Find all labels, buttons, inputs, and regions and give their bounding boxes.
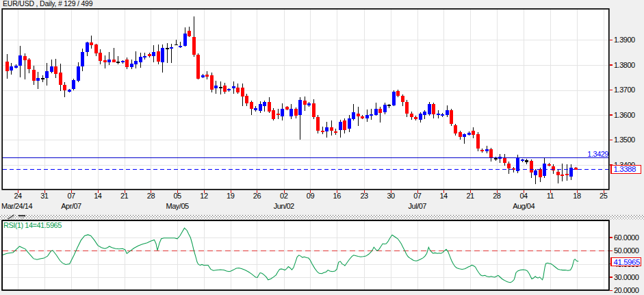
svg-text:25: 25: [600, 192, 608, 200]
svg-text:1.3800: 1.3800: [614, 61, 635, 69]
svg-text:14: 14: [439, 192, 448, 200]
svg-text:21: 21: [466, 192, 474, 200]
svg-text:1.3388: 1.3388: [614, 165, 636, 173]
svg-text:1.3500: 1.3500: [614, 136, 635, 144]
svg-text:16: 16: [333, 192, 342, 200]
svg-text:05: 05: [173, 192, 181, 200]
svg-text:28: 28: [493, 192, 501, 200]
svg-text:11: 11: [547, 192, 554, 200]
svg-text:30: 30: [387, 192, 395, 200]
svg-text:24: 24: [14, 192, 22, 200]
svg-text:60.0000: 60.0000: [614, 233, 639, 242]
svg-text:21: 21: [120, 192, 129, 200]
svg-text:Apr/07: Apr/07: [61, 202, 81, 210]
svg-text:31: 31: [40, 192, 49, 200]
svg-text:12: 12: [200, 192, 208, 200]
svg-text:1.3700: 1.3700: [614, 86, 635, 94]
svg-text:1.3600: 1.3600: [614, 111, 635, 119]
svg-text:02: 02: [280, 192, 288, 200]
svg-text:30.0000: 30.0000: [614, 273, 639, 281]
svg-text:41.5965: 41.5965: [614, 258, 640, 266]
svg-text:19: 19: [227, 192, 235, 200]
svg-text:23: 23: [360, 192, 368, 200]
svg-text:Jun/02: Jun/02: [274, 202, 294, 210]
svg-text:14: 14: [94, 192, 102, 200]
svg-text:28: 28: [147, 192, 155, 200]
svg-text:May/05: May/05: [166, 202, 189, 210]
svg-text:09: 09: [307, 192, 315, 200]
svg-text:1.3429: 1.3429: [587, 150, 608, 158]
svg-text:20.0000: 20.0000: [614, 286, 639, 294]
svg-text:Jul/07: Jul/07: [409, 202, 427, 210]
svg-text:1.3900: 1.3900: [614, 36, 635, 44]
svg-text:07: 07: [67, 192, 75, 200]
svg-text:EUR/USD , Daily, # 129 / 499: EUR/USD , Daily, # 129 / 499: [3, 0, 93, 8]
svg-text:18: 18: [573, 192, 581, 200]
svg-text:07: 07: [413, 192, 422, 200]
svg-text:50.0000: 50.0000: [614, 246, 639, 255]
svg-text:RSI(1) 14=41.5965: RSI(1) 14=41.5965: [3, 221, 62, 229]
svg-text:26: 26: [253, 192, 261, 200]
svg-text:Aug/04: Aug/04: [513, 202, 534, 210]
svg-text:04: 04: [519, 192, 528, 200]
svg-text:Mar/24/14: Mar/24/14: [1, 202, 32, 210]
